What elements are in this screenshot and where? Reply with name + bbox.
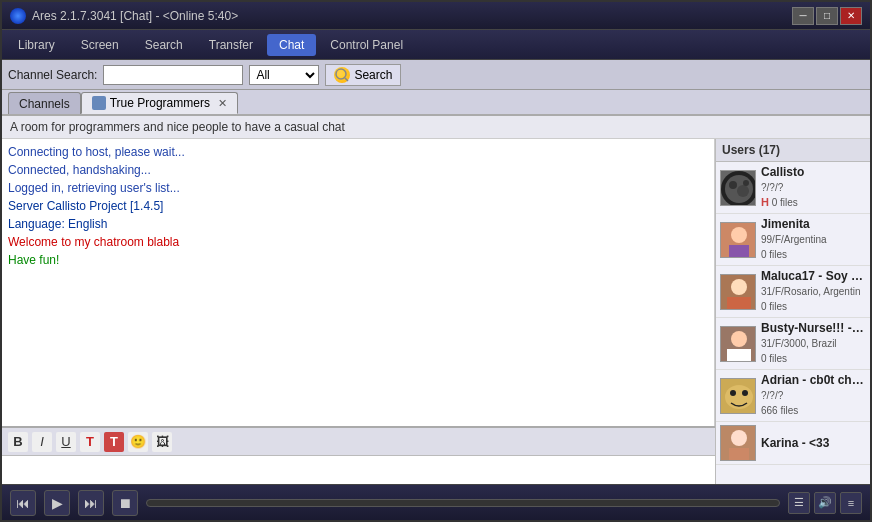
svg-point-2 xyxy=(337,70,343,76)
player-extra-button[interactable]: ≡ xyxy=(840,492,862,514)
svg-rect-16 xyxy=(727,349,751,362)
chat-main: Connecting to host, please wait... Conne… xyxy=(2,139,870,484)
player-play-button[interactable]: ▶ xyxy=(44,490,70,516)
user-files: 0 files xyxy=(761,351,866,366)
tab-true-programmers[interactable]: True Programmers ✕ xyxy=(81,92,238,114)
user-avatar xyxy=(720,326,756,362)
tab-active-label: True Programmers xyxy=(110,96,210,110)
menu-transfer[interactable]: Transfer xyxy=(197,34,265,56)
tab-bar: Channels True Programmers ✕ xyxy=(2,90,870,116)
user-name: Adrian - cb0t chat cli xyxy=(761,373,866,388)
emoji-button[interactable]: 🙂 xyxy=(128,432,148,452)
search-label: Search xyxy=(354,68,392,82)
user-name: Maluca17 - Soy ma xyxy=(761,269,866,284)
search-button[interactable]: Search xyxy=(325,64,401,86)
chat-message: Have fun! xyxy=(8,251,708,269)
image-button[interactable]: 🖼 xyxy=(152,432,172,452)
title-bar-controls: ─ □ ✕ xyxy=(792,7,862,25)
search-bar: Channel Search: All Search xyxy=(2,60,870,90)
chat-toolbar: B I U T T 🙂 🖼 xyxy=(2,428,715,456)
user-avatar xyxy=(720,378,756,414)
tab-close-button[interactable]: ✕ xyxy=(218,97,227,110)
svg-point-20 xyxy=(742,390,748,396)
user-avatar xyxy=(720,222,756,258)
search-type-select[interactable]: All xyxy=(249,65,319,85)
chat-message: Language: English xyxy=(8,215,708,233)
user-info: Karina - <33 xyxy=(761,436,829,451)
player-stop-button[interactable]: ⏹ xyxy=(112,490,138,516)
app-icon xyxy=(10,8,26,24)
chat-message: Logged in, retrieving user's list... xyxy=(8,179,708,197)
svg-point-9 xyxy=(731,227,747,243)
svg-line-1 xyxy=(345,78,348,81)
user-info: Adrian - cb0t chat cli ?/?/? 666 files xyxy=(761,373,866,418)
chat-message: Connecting to host, please wait... xyxy=(8,143,708,161)
player-prev-button[interactable]: ⏮ xyxy=(10,490,36,516)
italic-button[interactable]: I xyxy=(32,432,52,452)
svg-rect-23 xyxy=(729,448,749,461)
player-bar: ⏮ ▶ ⏭ ⏹ ☰ 🔊 ≡ xyxy=(2,484,870,520)
user-item[interactable]: Callisto ?/?/? H 0 files xyxy=(716,162,870,214)
chat-left: Connecting to host, please wait... Conne… xyxy=(2,139,715,484)
user-meta: 99/F/Argentina xyxy=(761,232,827,247)
user-item[interactable]: Adrian - cb0t chat cli ?/?/? 666 files xyxy=(716,370,870,422)
close-button[interactable]: ✕ xyxy=(840,7,862,25)
chat-area[interactable]: Connecting to host, please wait... Conne… xyxy=(2,139,715,426)
user-name: Jimenita xyxy=(761,217,827,232)
search-icon xyxy=(334,67,350,83)
user-info: Callisto ?/?/? H 0 files xyxy=(761,165,804,210)
user-item[interactable]: Maluca17 - Soy ma 31/F/Rosario, Argentin… xyxy=(716,266,870,318)
svg-point-15 xyxy=(731,331,747,347)
user-name: Karina - <33 xyxy=(761,436,829,451)
menu-library[interactable]: Library xyxy=(6,34,67,56)
svg-point-12 xyxy=(731,279,747,295)
svg-point-7 xyxy=(743,180,749,186)
users-list[interactable]: Callisto ?/?/? H 0 files Jimenita xyxy=(716,162,870,484)
users-header: Users (17) xyxy=(716,139,870,162)
user-item[interactable]: Busty-Nurse!!! - Co 31/F/3000, Brazil 0 … xyxy=(716,318,870,370)
chat-input-area: B I U T T 🙂 🖼 xyxy=(2,426,715,484)
svg-rect-10 xyxy=(729,245,749,258)
menu-search[interactable]: Search xyxy=(133,34,195,56)
user-info: Maluca17 - Soy ma 31/F/Rosario, Argentin… xyxy=(761,269,866,314)
user-info: Jimenita 99/F/Argentina 0 files xyxy=(761,217,827,262)
user-meta: ?/?/? xyxy=(761,388,866,403)
user-meta: 31/F/Rosario, Argentin xyxy=(761,284,866,299)
room-description: A room for programmers and nice people t… xyxy=(2,116,870,139)
text-color-button[interactable]: T xyxy=(80,432,100,452)
svg-point-19 xyxy=(730,390,736,396)
content-area: Channel Search: All Search Channels xyxy=(2,60,870,484)
svg-rect-13 xyxy=(727,297,751,310)
underline-button[interactable]: U xyxy=(56,432,76,452)
player-progress[interactable] xyxy=(146,499,780,507)
menu-chat[interactable]: Chat xyxy=(267,34,316,56)
user-avatar xyxy=(720,274,756,310)
player-list-button[interactable]: ☰ xyxy=(788,492,810,514)
users-panel: Users (17) Callisto ?/?/? H 0 files xyxy=(715,139,870,484)
user-avatar xyxy=(720,425,756,461)
player-volume-button[interactable]: 🔊 xyxy=(814,492,836,514)
user-info: Busty-Nurse!!! - Co 31/F/3000, Brazil 0 … xyxy=(761,321,866,366)
maximize-button[interactable]: □ xyxy=(816,7,838,25)
tab-channels[interactable]: Channels xyxy=(8,92,81,114)
user-item[interactable]: Jimenita 99/F/Argentina 0 files xyxy=(716,214,870,266)
menu-screen[interactable]: Screen xyxy=(69,34,131,56)
svg-point-22 xyxy=(731,430,747,446)
bold-button[interactable]: B xyxy=(8,432,28,452)
user-files: H 0 files xyxy=(761,195,804,210)
menu-control-panel[interactable]: Control Panel xyxy=(318,34,415,56)
title-bar-left: Ares 2.1.7.3041 [Chat] - <Online 5:40> xyxy=(10,8,238,24)
svg-point-5 xyxy=(729,181,737,189)
player-next-button[interactable]: ⏭ xyxy=(78,490,104,516)
minimize-button[interactable]: ─ xyxy=(792,7,814,25)
chat-input[interactable] xyxy=(2,456,715,484)
channel-search-input[interactable] xyxy=(103,65,243,85)
users-icon xyxy=(92,96,106,110)
user-name: Callisto xyxy=(761,165,804,180)
chat-message: Server Callisto Project [1.4.5] xyxy=(8,197,708,215)
text-color2-button[interactable]: T xyxy=(104,432,124,452)
chat-message: Welcome to my chatroom blabla xyxy=(8,233,708,251)
chat-message: Connected, handshaking... xyxy=(8,161,708,179)
user-item[interactable]: Karina - <33 xyxy=(716,422,870,465)
title-text: Ares 2.1.7.3041 [Chat] - <Online 5:40> xyxy=(32,9,238,23)
